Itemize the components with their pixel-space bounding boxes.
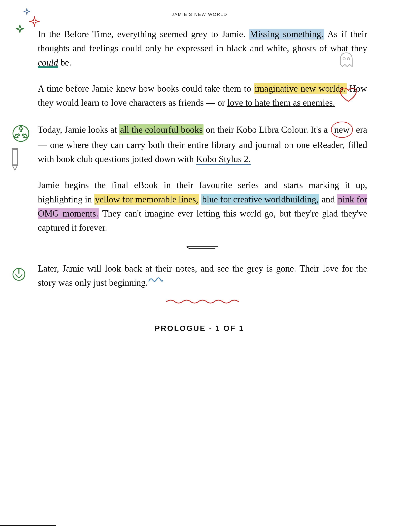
circle-new: new — [331, 122, 353, 138]
recycle-icon — [10, 123, 32, 148]
power-icon — [9, 263, 29, 287]
content-area: In the Before Time, everything seemed gr… — [0, 27, 399, 306]
page-header: JAMIE'S NEW WORLD — [0, 0, 399, 21]
svg-point-1 — [347, 58, 350, 60]
text-love-hate: love to hate them as enemies. — [227, 98, 335, 108]
svg-point-0 — [343, 58, 345, 60]
red-wavy-decoration — [38, 298, 367, 306]
highlight-blue-worldbuilding: blue for creative worldbuilding, — [201, 194, 319, 205]
highlight-imaginative-worlds: imaginative new worlds. — [254, 83, 347, 94]
footer-label: PROLOGUE · 1 OF 1 — [155, 324, 244, 333]
paragraph-3: Today, Jamie looks at all the colourful … — [38, 122, 367, 166]
highlight-missing-something: Missing something. — [249, 29, 324, 39]
header-title: JAMIE'S NEW WORLD — [172, 12, 227, 17]
paragraph-4: Jamie begins the final eBook in their fa… — [38, 178, 367, 234]
heart-icon — [339, 87, 357, 107]
blue-scribble-icon — [148, 274, 164, 288]
paragraph-1: In the Before Time, everything seemed gr… — [38, 27, 367, 70]
ghost-icon — [337, 49, 355, 73]
squiggle-decoration — [38, 243, 367, 253]
paragraph-2: A time before Jamie knew how books could… — [38, 82, 367, 110]
text-kobo-stylus: Kobo Stylus 2. — [196, 154, 251, 165]
pencil-icon — [8, 147, 22, 175]
highlight-yellow-lines: yellow for memorable lines, — [94, 194, 199, 205]
footer: PROLOGUE · 1 OF 1 — [0, 316, 399, 345]
footer-line — [0, 525, 56, 526]
page: JAMIE'S NEW WORLD In the Before Time, ev… — [0, 0, 399, 532]
highlight-colourful-books: all the colourful books — [119, 124, 203, 135]
paragraph-5: Later, Jamie will look back at their not… — [38, 261, 367, 290]
svg-rect-2 — [12, 149, 18, 165]
text-could: could — [38, 57, 58, 68]
